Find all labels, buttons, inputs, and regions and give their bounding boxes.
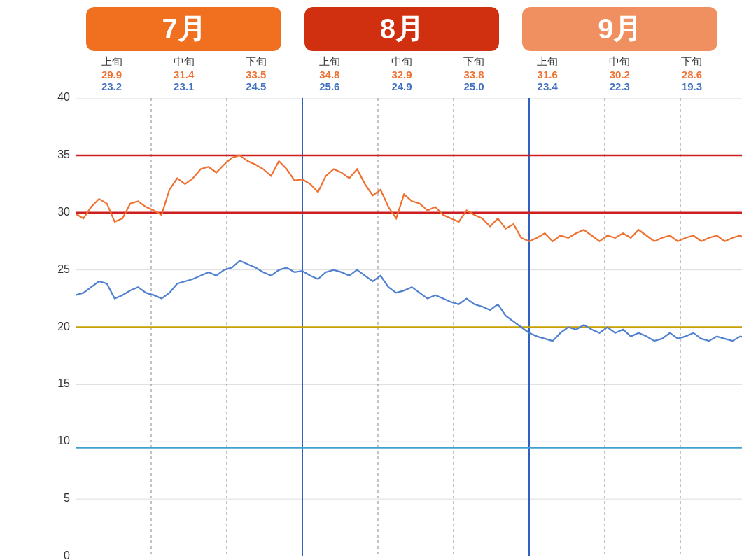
temp-low-1-2: 25.0 <box>463 80 484 92</box>
month-label-2: 9月 <box>522 7 717 51</box>
temp-low-0-2: 24.5 <box>246 80 266 92</box>
temp-low-0-1: 23.1 <box>174 80 194 92</box>
period-label-2-2: 下旬 <box>681 55 702 69</box>
period-1-2: 下旬33.825.0 <box>463 55 484 92</box>
period-0-0: 上旬29.923.2 <box>102 55 122 92</box>
temp-high-2-0: 31.6 <box>538 69 558 80</box>
period-0-1: 中旬31.423.1 <box>174 55 195 92</box>
y-label-10: 10 <box>57 435 70 447</box>
month-block-0: 7月上旬29.923.2中旬31.423.1下旬33.524.5 <box>76 7 292 92</box>
y-label-35: 35 <box>57 148 70 161</box>
temp-low-1-0: 25.6 <box>319 80 340 92</box>
temp-low-2-0: 23.4 <box>538 80 558 92</box>
period-1-1: 中旬32.924.9 <box>391 55 412 92</box>
y-label-5: 5 <box>64 492 70 505</box>
temp-high-1-1: 32.9 <box>391 69 412 80</box>
temperature-chart <box>76 98 742 556</box>
period-label-0-1: 中旬 <box>174 55 195 69</box>
period-label-1-0: 上旬 <box>319 55 340 69</box>
month-block-2: 9月上旬31.623.4中旬30.222.3下旬28.619.3 <box>512 7 728 92</box>
period-label-2-1: 中旬 <box>609 55 630 69</box>
chart-container: 7月上旬29.923.2中旬31.423.1下旬33.524.58月上旬34.8… <box>0 0 742 560</box>
temp-high-1-0: 34.8 <box>319 69 340 80</box>
temp-high-2-2: 28.6 <box>682 69 702 80</box>
period-label-1-2: 下旬 <box>463 55 484 69</box>
y-label-20: 20 <box>57 321 70 333</box>
temp-low-2-2: 19.3 <box>682 80 702 92</box>
period-1-0: 上旬34.825.6 <box>319 55 340 92</box>
y-label-25: 25 <box>57 263 70 276</box>
period-label-1-1: 中旬 <box>391 55 412 69</box>
temp-low-2-1: 22.3 <box>610 80 630 92</box>
month-label-1: 8月 <box>304 7 499 51</box>
period-label-2-0: 上旬 <box>537 55 558 69</box>
month-label-0: 7月 <box>86 7 281 51</box>
y-label-40: 40 <box>57 91 70 104</box>
temp-low-1-1: 24.9 <box>391 80 412 92</box>
y-label-0: 0 <box>64 550 70 560</box>
period-label-0-0: 上旬 <box>102 55 122 69</box>
temp-high-0-2: 33.5 <box>246 69 266 80</box>
y-label-30: 30 <box>57 206 70 218</box>
temp-high-1-2: 33.8 <box>463 69 484 80</box>
temp-high-0-1: 31.4 <box>174 69 194 80</box>
y-label-15: 15 <box>57 377 70 390</box>
temp-high-0-0: 29.9 <box>102 69 122 80</box>
period-label-0-2: 下旬 <box>246 55 267 69</box>
temp-low-0-0: 23.2 <box>102 80 122 92</box>
period-2-1: 中旬30.222.3 <box>609 55 630 92</box>
period-0-2: 下旬33.524.5 <box>246 55 267 92</box>
month-block-1: 8月上旬34.825.6中旬32.924.9下旬33.825.0 <box>293 7 510 92</box>
period-2-2: 下旬28.619.3 <box>681 55 702 92</box>
temp-high-2-1: 30.2 <box>610 69 630 80</box>
period-2-0: 上旬31.623.4 <box>537 55 558 92</box>
